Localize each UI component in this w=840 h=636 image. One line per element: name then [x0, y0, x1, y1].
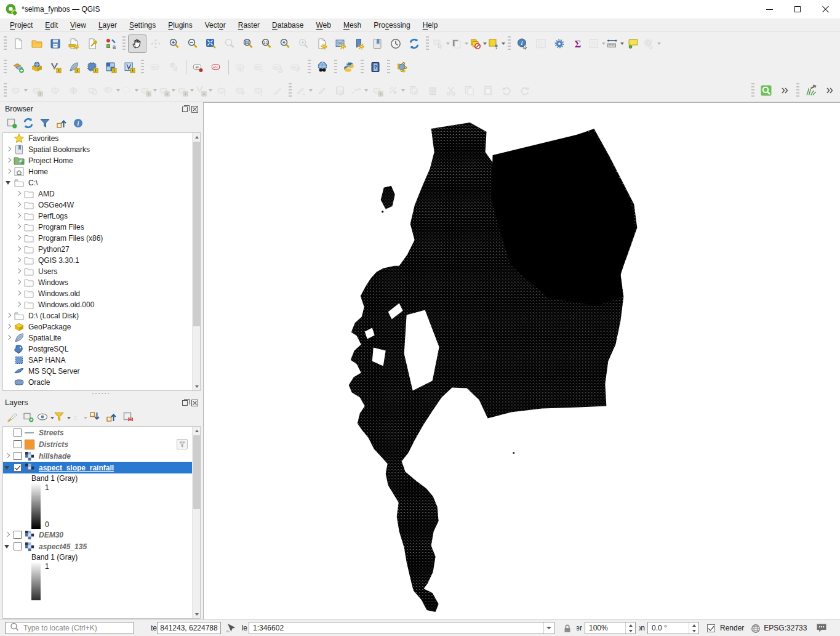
minimize-button[interactable]	[755, 0, 783, 18]
expander-icon[interactable]	[3, 464, 12, 472]
add-feature-button[interactable]	[368, 81, 386, 100]
deselect-features-dropdown-icon[interactable]	[483, 42, 487, 45]
browser-close-button[interactable]	[191, 106, 198, 113]
current-edits-dropdown-icon[interactable]	[309, 89, 313, 92]
rotation-down-icon[interactable]	[689, 628, 698, 634]
temporal-controller-button[interactable]	[386, 34, 405, 53]
shape-tool-s-button[interactable]: ʃ	[249, 81, 268, 100]
move-feature-button[interactable]	[9, 81, 28, 100]
split-features-button[interactable]	[46, 81, 65, 100]
layer-item-hillshade[interactable]: hillshade	[3, 450, 200, 462]
expander-icon[interactable]	[4, 145, 13, 154]
rotation-spinbox[interactable]: 0.0 °	[647, 622, 699, 634]
expander-icon[interactable]	[3, 452, 12, 461]
vertex-tool-button[interactable]	[386, 81, 405, 100]
refresh-map-button[interactable]	[405, 34, 423, 53]
deselect-features-button[interactable]	[468, 34, 487, 53]
render-toggle[interactable]: Render	[705, 624, 744, 632]
modify-attributes-of-selected-button[interactable]	[405, 81, 423, 100]
show-hidden-labels-button[interactable]: ab	[231, 58, 250, 76]
metasearch-catalog-button[interactable]	[313, 58, 332, 76]
menu-vector[interactable]: Vector	[199, 19, 232, 31]
toolbar-extension-right-button[interactable]	[820, 81, 839, 100]
toolbar-drag-handle[interactable]	[4, 36, 7, 51]
add-vector-layer-button[interactable]	[28, 58, 46, 76]
filter-legend-button[interactable]	[54, 411, 69, 425]
zoom-out-button[interactable]	[183, 34, 202, 53]
save-project-button[interactable]	[46, 34, 65, 53]
digitize-with-segment-dropdown-icon[interactable]	[364, 89, 368, 92]
new-spatialite-layer-button[interactable]	[65, 58, 83, 76]
browser-item-program-files[interactable]: Program Files	[3, 222, 200, 233]
text-annotation-dropdown-icon[interactable]	[502, 42, 505, 45]
panel-splitter[interactable]	[0, 391, 203, 396]
menu-processing[interactable]: Processing	[367, 19, 416, 31]
crs-status-button[interactable]: EPSG:32733	[750, 622, 807, 634]
layer-diagram-options-button[interactable]	[165, 58, 183, 76]
messages-button[interactable]	[815, 622, 828, 634]
reshape-features-button[interactable]	[83, 81, 102, 100]
run-feature-action-button[interactable]	[642, 34, 661, 53]
menu-raster[interactable]: Raster	[232, 19, 266, 31]
maximize-button[interactable]	[783, 0, 812, 18]
magnifier-spinbox[interactable]: 100%	[585, 622, 636, 634]
toolbar-drag-handle[interactable]	[141, 60, 144, 74]
zoom-native-resolution-button[interactable]: 1:1	[257, 34, 276, 53]
style-manager-button[interactable]: a	[102, 34, 120, 53]
layer-visibility-checkbox[interactable]	[14, 429, 22, 437]
browser-item-c[interactable]: C:\	[3, 177, 200, 188]
browser-item-perflogs[interactable]: PerfLogs	[3, 211, 200, 222]
menu-help[interactable]: Help	[417, 19, 444, 31]
toolbar-drag-handle[interactable]	[426, 36, 429, 51]
show-spatial-bookmarks-button[interactable]	[368, 34, 386, 53]
toolbar-drag-handle[interactable]	[308, 60, 311, 74]
scroll-up-icon[interactable]	[193, 427, 201, 435]
layer-visibility-checkbox[interactable]	[14, 531, 22, 539]
toolbar-drag-handle[interactable]	[4, 83, 7, 98]
search-layers-plugin-button[interactable]	[757, 81, 775, 100]
add-ring-dropdown-icon[interactable]	[153, 89, 157, 92]
run-feature-action-dropdown-icon[interactable]	[657, 42, 661, 45]
new-temporary-scratch-layer-button[interactable]	[83, 58, 102, 76]
expander-icon[interactable]	[14, 190, 23, 198]
layer-visibility-checkbox[interactable]	[14, 542, 22, 550]
layer-filter-indicator[interactable]	[177, 439, 188, 449]
expander-icon[interactable]	[14, 289, 23, 298]
change-label-properties-button[interactable]: abc	[287, 58, 305, 76]
browser-item-geopackage[interactable]: GeoPackage	[3, 321, 200, 332]
browser-item-home[interactable]: Home	[3, 166, 200, 177]
zoom-to-selection-button[interactable]	[220, 34, 239, 53]
filter-by-expression-button[interactable]: ε	[71, 411, 86, 425]
expander-icon[interactable]	[14, 234, 23, 243]
menu-layer[interactable]: Layer	[92, 19, 123, 31]
measure-line-dropdown-icon[interactable]	[620, 42, 624, 45]
open-data-source-manager-button[interactable]	[9, 58, 28, 76]
expander-icon[interactable]	[14, 256, 23, 265]
profile-tool-plugin-button[interactable]	[802, 81, 820, 100]
statistical-summary-button[interactable]: Σ	[569, 34, 587, 53]
open-layer-styling-panel-button[interactable]	[4, 411, 19, 425]
browser-item-oracle[interactable]: Oracle	[3, 377, 200, 388]
enable-properties-widget-button[interactable]: i	[71, 117, 86, 132]
layer-labeling-options-button[interactable]: abc	[146, 58, 165, 76]
add-selected-layers-button[interactable]	[4, 117, 19, 132]
help-contents-button[interactable]: ?	[366, 58, 385, 76]
lock-scale-icon[interactable]	[562, 622, 573, 634]
new-project-button[interactable]	[9, 34, 28, 53]
close-button[interactable]	[812, 0, 840, 18]
zoom-in-button[interactable]	[165, 34, 183, 53]
map-tips-button[interactable]	[624, 34, 642, 53]
text-annotation-button[interactable]	[487, 34, 505, 53]
fill-ring-button[interactable]	[120, 81, 138, 100]
scroll-thumb[interactable]	[193, 142, 200, 326]
expander-icon[interactable]	[4, 334, 13, 342]
open-attribute-table-button[interactable]	[532, 34, 550, 53]
magnifier-down-icon[interactable]	[625, 628, 635, 634]
current-edits-button[interactable]	[294, 81, 313, 100]
menu-edit[interactable]: Edit	[39, 19, 64, 31]
scroll-down-icon[interactable]	[193, 610, 201, 618]
zoom-full-extent-button[interactable]	[202, 34, 220, 53]
add-ring-button[interactable]	[138, 81, 157, 100]
browser-item-postgresql[interactable]: PostgreSQL	[3, 344, 200, 355]
delete-part-button[interactable]	[102, 81, 120, 100]
